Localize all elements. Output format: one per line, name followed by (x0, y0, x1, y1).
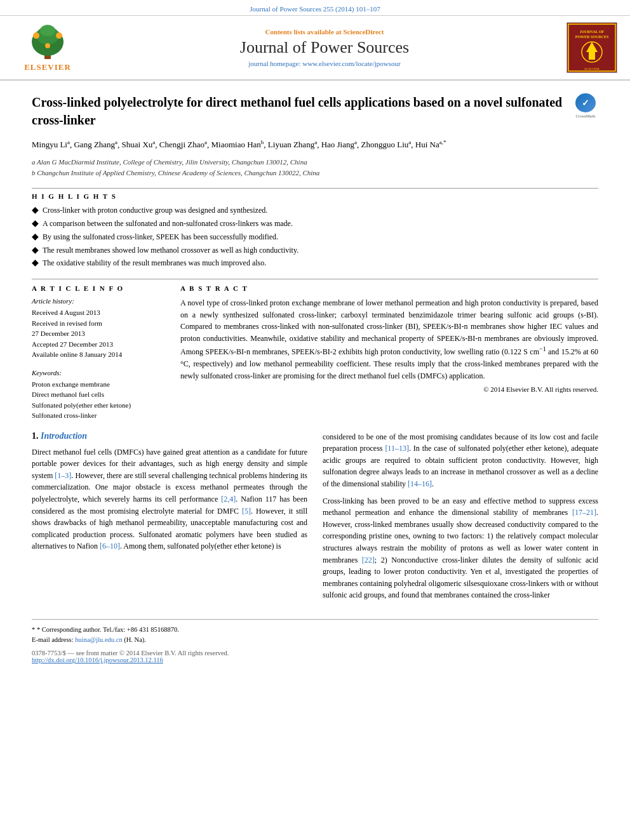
journal-header: ELSEVIER Contents lists available at Sci… (0, 16, 630, 81)
sciencedirect-brand[interactable]: ScienceDirect (343, 28, 384, 36)
body-right-col: considered to be one of the most promisi… (323, 431, 598, 606)
elsevier-logo: ELSEVIER (13, 23, 83, 72)
history-item-3: 27 December 2013 (32, 328, 165, 339)
sciencedirect-line: Contents lists available at ScienceDirec… (89, 28, 560, 36)
email-person: (H. Na). (124, 636, 146, 643)
keyword-2: Direct methanol fuel cells (32, 389, 165, 400)
ref-22[interactable]: [22] (362, 556, 375, 564)
section-number: 1. (32, 431, 39, 441)
history-item-5: Available online 8 January 2014 (32, 349, 165, 360)
journal-main-title: Journal of Power Sources (89, 38, 560, 57)
corresponding-author-note: * * Corresponding author. Tel./fax: +86 … (32, 625, 598, 635)
svg-point-3 (40, 25, 55, 36)
main-content: Cross-linked polyelectrolyte for direct … (0, 81, 630, 676)
article-title: Cross-linked polyelectrolyte for direct … (32, 93, 563, 129)
article-info-header: A R T I C L E I N F O (32, 284, 165, 292)
footer-bottom: 0378-7753/$ — see front matter © 2014 El… (32, 650, 598, 663)
top-citation: Journal of Power Sources 255 (2014) 101–… (0, 0, 630, 16)
crossmark-badge[interactable]: ✓ CrossMark (573, 93, 598, 119)
abstract-text: A novel type of cross-linked proton exch… (180, 297, 598, 382)
highlight-text-1: Cross-linker with proton conductive grou… (43, 205, 267, 216)
svg-point-4 (33, 32, 39, 39)
svg-text:POWER SOURCES: POWER SOURCES (575, 35, 609, 39)
email-address[interactable]: huina@jlu.edu.cn (75, 636, 122, 643)
corresponding-note-text: * Corresponding author. Tel./fax: +86 43… (37, 626, 179, 633)
affiliation-a: a Alan G MacDiarmid Institute, College o… (32, 157, 598, 168)
history-item-1: Received 4 August 2013 (32, 307, 165, 318)
svg-text:ELSEVIER: ELSEVIER (584, 67, 600, 70)
email-label: E-mail address: (32, 636, 74, 643)
ref-2-4[interactable]: [2,4] (221, 495, 236, 503)
highlight-item-4: ◆ The result membranes showed low methan… (32, 245, 598, 256)
authors-line: Mingyu Lia, Gang Zhanga, Shuai Xua, Chen… (32, 138, 598, 152)
highlight-text-3: By using the sulfonated cross-linker, SP… (43, 232, 278, 243)
highlight-bullet-2: ◆ (32, 218, 39, 229)
highlight-text-5: The oxidative stability of the result me… (43, 258, 266, 269)
ref-14-16[interactable]: [14–16] (408, 479, 432, 488)
abstract-column: A B S T R A C T A novel type of cross-li… (180, 284, 598, 421)
abstract-header: A B S T R A C T (180, 284, 598, 292)
compared-text: Compared (180, 322, 212, 331)
body-left-col: 1. Introduction Direct methanol fuel cel… (32, 431, 307, 606)
highlight-item-3: ◆ By using the sulfonated cross-linker, … (32, 232, 598, 243)
highlight-bullet-4: ◆ (32, 245, 39, 256)
crossmark-label: CrossMark (575, 114, 595, 119)
journal-citation-text: Journal of Power Sources 255 (2014) 101–… (250, 5, 380, 13)
affiliation-b: b Changchun Institute of Applied Chemist… (32, 168, 598, 178)
article-history-title: Article history: (32, 297, 165, 305)
page: Journal of Power Sources 255 (2014) 101–… (0, 0, 630, 840)
highlight-bullet-1: ◆ (32, 205, 39, 216)
contents-available-text: Contents lists available at (265, 28, 342, 36)
affiliations-block: a Alan G MacDiarmid Institute, College o… (32, 157, 598, 178)
journal-cover-image: JOURNAL OF POWER SOURCES ELSEVIER (566, 22, 617, 73)
ref-5[interactable]: [5] (242, 507, 251, 516)
footer-notes: * * Corresponding author. Tel./fax: +86 … (32, 625, 598, 645)
keyword-4: Sulfonated cross-linker (32, 410, 165, 421)
keywords-title: Keywords: (32, 369, 165, 377)
keyword-3: Sulfonated poly(ether ether ketone) (32, 400, 165, 411)
journal-homepage: journal homepage: www.elsevier.com/locat… (89, 60, 560, 67)
footer-divider (32, 619, 598, 620)
crossmark-icon: ✓ (575, 93, 596, 112)
email-line: E-mail address: huina@jlu.edu.cn (H. Na)… (32, 635, 598, 645)
homepage-url[interactable]: www.elsevier.com/locate/jpowsour (302, 60, 400, 67)
article-info-column: A R T I C L E I N F O Article history: R… (32, 284, 165, 421)
history-item-2: Received in revised form (32, 318, 165, 329)
svg-text:JOURNAL OF: JOURNAL OF (580, 30, 605, 34)
svg-point-6 (45, 43, 50, 48)
keywords-section: Keywords: Proton exchange membrane Direc… (32, 369, 165, 421)
article-info-abstract-section: A R T I C L E I N F O Article history: R… (32, 279, 598, 421)
introduction-heading: 1. Introduction (32, 431, 307, 441)
ref-6-10[interactable]: [6–10] (100, 542, 120, 550)
homepage-label: journal homepage: (248, 60, 300, 67)
doi-link[interactable]: http://dx.doi.org/10.1016/j.jpowsour.201… (32, 657, 163, 663)
corresponding-asterisk: * (32, 626, 37, 633)
intro-left-para1: Direct methanol fuel cells (DMFCs) have … (32, 446, 307, 552)
body-two-col: 1. Introduction Direct methanol fuel cel… (32, 431, 598, 606)
highlights-header: H I G H L I G H T S (32, 188, 598, 200)
elsevier-tree-icon (22, 23, 73, 61)
highlight-item-2: ◆ A comparison between the sulfonated an… (32, 218, 598, 229)
keyword-1: Proton exchange membrane (32, 379, 165, 390)
highlight-item-5: ◆ The oxidative stability of the result … (32, 258, 598, 269)
intro-right-para2: Cross-linking has been proved to be an e… (323, 495, 598, 601)
section-title-text: Introduction (41, 431, 87, 441)
ref-1-3[interactable]: [1–3] (55, 471, 71, 480)
ref-17-21[interactable]: [17–21] (572, 508, 596, 517)
highlight-text-4: The result membranes showed low methanol… (43, 245, 298, 256)
highlight-item-1: ◆ Cross-linker with proton conductive gr… (32, 205, 598, 216)
journal-cover-svg: JOURNAL OF POWER SOURCES ELSEVIER (567, 23, 617, 72)
ref-11-13[interactable]: [11–13] (385, 444, 409, 453)
highlights-list: ◆ Cross-linker with proton conductive gr… (32, 205, 598, 269)
highlights-section: H I G H L I G H T S ◆ Cross-linker with … (32, 188, 598, 269)
highlight-bullet-5: ◆ (32, 258, 39, 269)
intro-right-para1: considered to be one of the most promisi… (323, 431, 598, 490)
journal-title-block: Contents lists available at ScienceDirec… (89, 28, 560, 67)
article-title-block: Cross-linked polyelectrolyte for direct … (32, 93, 598, 129)
abstract-copyright: © 2014 Elsevier B.V. All rights reserved… (180, 385, 598, 393)
highlight-bullet-3: ◆ (32, 232, 39, 243)
svg-rect-12 (589, 52, 595, 60)
svg-point-5 (56, 32, 62, 39)
highlight-text-2: A comparison between the sulfonated and … (43, 218, 293, 229)
article-history: Article history: Received 4 August 2013 … (32, 297, 165, 360)
